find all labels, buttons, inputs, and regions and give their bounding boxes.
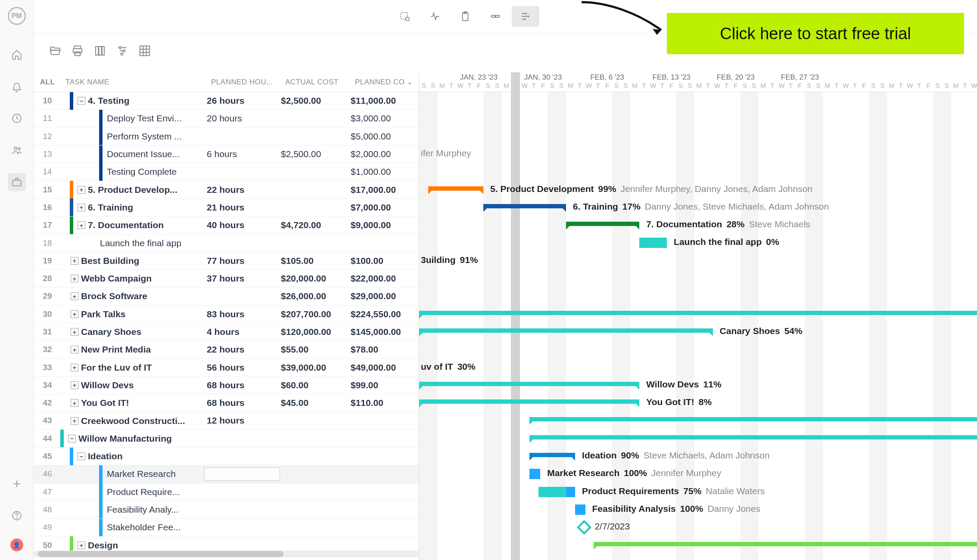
table-row[interactable]: 45−Ideation (34, 448, 419, 465)
planned-hours-cell[interactable]: 68 hours (207, 380, 281, 390)
task-name-cell[interactable]: +New Print Media (61, 341, 207, 359)
table-row[interactable]: 18Launch the final app (34, 234, 419, 252)
table-row[interactable]: 15+5. Product Develop...22 hours$17,000.… (34, 181, 419, 198)
table-row[interactable]: 44−Willow Manufacturing (34, 430, 419, 448)
task-name-cell[interactable]: +Canary Shoes (61, 323, 207, 341)
planned-cost-cell[interactable]: $7,000.00 (351, 202, 414, 213)
collapse-icon[interactable]: − (78, 452, 85, 460)
table-row[interactable]: 32+New Print Media22 hours$55.00$78.00 (34, 341, 419, 359)
planned-cost-cell[interactable]: $78.00 (351, 344, 414, 355)
link-icon[interactable] (482, 6, 509, 27)
bell-icon[interactable] (8, 77, 26, 96)
gantt-summary-bar[interactable] (566, 222, 639, 226)
task-name-cell[interactable]: +7. Documentation (61, 217, 207, 234)
planned-hours-cell[interactable]: 68 hours (207, 398, 281, 408)
zoom-fit-icon[interactable] (391, 6, 419, 27)
gantt-summary-bar[interactable] (419, 399, 639, 404)
clock-icon[interactable] (8, 109, 26, 127)
gantt-summary-bar[interactable] (529, 453, 576, 457)
briefcase-icon[interactable] (8, 173, 26, 191)
table-row[interactable]: 46Market Research (34, 465, 419, 483)
task-name-cell[interactable]: +Willow Devs (61, 376, 207, 394)
actual-cost-cell[interactable]: $26,000.00 (281, 291, 351, 301)
actual-cost-cell[interactable]: $2,500.00 (281, 149, 351, 159)
columns-icon[interactable] (91, 42, 109, 59)
horizontal-scrollbar[interactable] (34, 551, 419, 557)
filter-icon[interactable] (114, 42, 131, 59)
planned-cost-cell[interactable]: $29,000.00 (351, 291, 414, 301)
task-name-cell[interactable]: +Park Talks (61, 305, 207, 323)
gantt-summary-bar[interactable] (419, 328, 713, 333)
task-name-cell[interactable]: Deploy Test Envi... (61, 110, 207, 127)
planned-hours-cell[interactable]: 40 hours (207, 220, 281, 230)
gantt-chart[interactable]: SSMTWTFSSMTWTFSSMTWTFSSMTWTFSSMTWTFSSMTW… (419, 72, 977, 560)
planned-cost-cell[interactable]: $1,000.00 (351, 167, 414, 177)
actual-cost-cell[interactable]: $20,000.00 (281, 273, 351, 284)
expand-icon[interactable]: + (71, 310, 78, 318)
planned-cost-cell[interactable]: $110.00 (351, 398, 414, 408)
collapse-icon[interactable]: − (78, 97, 85, 105)
expand-icon[interactable]: + (78, 221, 85, 229)
table-row[interactable]: 43+Creekwood Constructi...12 hours (34, 412, 419, 430)
col-task-name[interactable]: TASK NAME (61, 78, 207, 87)
col-all[interactable]: ALL (34, 78, 61, 87)
table-row[interactable]: 12Perform System ...$5,000.00 (34, 128, 419, 145)
planned-hours-cell[interactable]: 56 hours (207, 362, 281, 373)
actual-cost-cell[interactable]: $120,000.00 (281, 327, 351, 337)
planned-hours-cell[interactable]: 22 hours (207, 185, 281, 195)
app-logo[interactable]: PM (8, 7, 26, 25)
task-name-cell[interactable]: Stakeholder Fee... (61, 519, 207, 536)
task-name-cell[interactable]: +6. Training (61, 198, 207, 216)
table-row[interactable]: 17+7. Documentation40 hours$4,720.00$9,0… (34, 217, 419, 234)
folder-icon[interactable] (47, 42, 64, 59)
planned-hours-cell[interactable]: 12 hours (207, 415, 281, 426)
task-name-cell[interactable]: Perform System ... (61, 127, 207, 145)
col-planned-cost[interactable]: PLANNED CO⌄ (351, 77, 414, 87)
planned-cost-cell[interactable]: $49,000.00 (351, 362, 414, 373)
planned-cost-cell[interactable]: $3,000.00 (351, 113, 414, 124)
gantt-summary-bar[interactable] (483, 204, 566, 208)
planned-hours-cell[interactable]: 77 hours (207, 256, 281, 266)
expand-icon[interactable]: + (78, 186, 85, 194)
table-row[interactable]: 13Document Issue...6 hours$2,500.00$2,00… (34, 145, 419, 163)
task-name-cell[interactable]: Document Issue... (61, 145, 207, 163)
table-row[interactable]: 29+Brock Software$26,000.00$29,000.00 (34, 288, 419, 305)
table-row[interactable]: 31+Canary Shoes4 hours$120,000.00$145,00… (34, 323, 419, 341)
milestone-icon[interactable] (577, 520, 591, 535)
task-name-cell[interactable]: +Brock Software (61, 288, 207, 305)
planned-hours-cell[interactable]: 26 hours (207, 96, 281, 106)
task-name-cell[interactable]: +You Got IT! (61, 394, 207, 412)
planned-cost-cell[interactable]: $2,000.00 (351, 149, 414, 159)
table-row[interactable]: 11Deploy Test Envi...20 hours$3,000.00 (34, 110, 419, 127)
task-name-cell[interactable]: Testing Complete (61, 163, 207, 181)
activity-icon[interactable] (421, 6, 449, 27)
gantt-task-bar[interactable] (575, 504, 585, 515)
home-icon[interactable] (8, 46, 26, 64)
actual-cost-cell[interactable]: $39,000.00 (281, 362, 351, 373)
grid-icon[interactable] (136, 42, 153, 59)
gantt-summary-bar[interactable] (529, 417, 977, 421)
gantt-summary-bar[interactable] (529, 435, 977, 439)
expand-icon[interactable]: + (71, 364, 78, 371)
table-row[interactable]: 49Stakeholder Fee... (34, 519, 419, 536)
table-row[interactable]: 19+Best Building77 hours$105.00$100.00 (34, 252, 419, 270)
add-icon[interactable] (8, 475, 26, 493)
task-name-cell[interactable]: Product Require... (61, 483, 207, 501)
expand-icon[interactable]: + (71, 292, 78, 300)
planned-cost-cell[interactable]: $145,000.00 (351, 327, 414, 337)
expand-icon[interactable]: + (71, 399, 78, 407)
actual-cost-cell[interactable]: $45.00 (281, 398, 351, 408)
table-row[interactable]: 34+Willow Devs68 hours$60.00$99.00 (34, 377, 419, 394)
table-row[interactable]: 10−4. Testing26 hours$2,500.00$11,000.00 (34, 92, 419, 110)
gantt-summary-bar[interactable] (594, 542, 977, 546)
planned-cost-cell[interactable]: $22,000.00 (351, 273, 414, 284)
planned-cost-cell[interactable]: $224,550.00 (351, 309, 414, 319)
gantt-summary-bar[interactable] (419, 311, 977, 315)
task-name-cell[interactable]: Feasibility Analy... (61, 501, 207, 518)
col-planned-hours[interactable]: PLANNED HOU... (207, 78, 281, 87)
planned-hours-cell[interactable]: 4 hours (207, 327, 281, 337)
expand-icon[interactable]: + (71, 275, 78, 282)
actual-cost-cell[interactable]: $105.00 (281, 256, 351, 266)
expand-icon[interactable]: + (78, 204, 85, 211)
planned-hours-cell[interactable]: 21 hours (207, 202, 281, 213)
